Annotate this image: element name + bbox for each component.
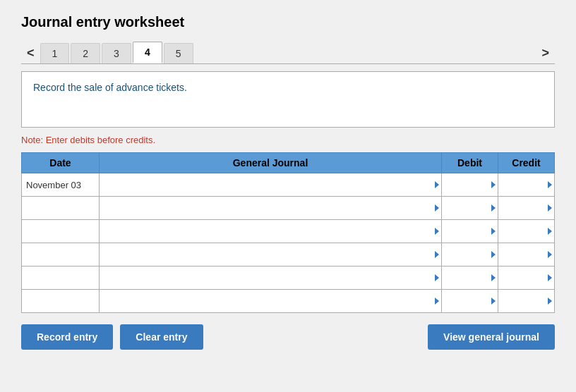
journal-table: Date General Journal Debit Credit Novemb… <box>21 152 555 313</box>
gj-arrow-5 <box>435 298 439 305</box>
date-cell-0: November 03 <box>22 173 100 197</box>
debit-arrow-2 <box>491 228 496 235</box>
table-row <box>22 243 555 267</box>
header-debit: Debit <box>442 153 498 173</box>
gj-arrow-0 <box>435 181 439 188</box>
page-title: Journal entry worksheet <box>21 14 555 30</box>
credit-input-4[interactable] <box>498 267 541 289</box>
note-text: Note: Enter debits before credits. <box>21 135 555 145</box>
clear-entry-button[interactable]: Clear entry <box>120 324 203 350</box>
header-general-journal: General Journal <box>100 153 442 173</box>
table-row <box>22 197 555 220</box>
credit-input-0[interactable] <box>498 173 541 196</box>
gj-cell-3[interactable] <box>100 243 442 267</box>
gj-arrow-1 <box>435 204 439 212</box>
credit-arrow-5 <box>548 298 552 305</box>
gj-cell-0[interactable] <box>100 173 442 197</box>
gj-cell-1[interactable] <box>100 197 442 220</box>
credit-cell-2[interactable] <box>498 220 555 243</box>
debit-arrow-0 <box>491 181 496 188</box>
button-row: Record entry Clear entry View general jo… <box>21 324 555 350</box>
credit-input-5[interactable] <box>498 290 541 312</box>
credit-cell-1[interactable] <box>498 197 555 220</box>
table-row <box>22 290 555 313</box>
credit-cell-5[interactable] <box>498 290 555 313</box>
debit-input-4[interactable] <box>442 267 485 289</box>
debit-input-5[interactable] <box>442 290 485 312</box>
credit-arrow-0 <box>548 181 552 188</box>
debit-arrow-1 <box>491 204 496 212</box>
credit-input-3[interactable] <box>498 243 541 266</box>
gj-input-3[interactable] <box>100 243 428 266</box>
credit-arrow-2 <box>548 228 552 235</box>
debit-cell-4[interactable] <box>442 267 498 290</box>
credit-cell-3[interactable] <box>498 243 555 267</box>
debit-cell-5[interactable] <box>442 290 498 313</box>
credit-input-2[interactable] <box>498 220 541 243</box>
header-credit: Credit <box>498 153 555 173</box>
debit-cell-1[interactable] <box>442 197 498 220</box>
debit-cell-0[interactable] <box>442 173 498 197</box>
debit-input-2[interactable] <box>442 220 485 243</box>
date-cell-4 <box>22 267 100 290</box>
debit-arrow-4 <box>491 274 496 281</box>
tab-4[interactable]: 4 <box>133 42 162 63</box>
gj-arrow-4 <box>435 274 439 281</box>
credit-arrow-1 <box>548 204 552 212</box>
date-cell-2 <box>22 220 100 243</box>
gj-input-4[interactable] <box>100 267 428 289</box>
debit-input-1[interactable] <box>442 197 485 219</box>
header-date: Date <box>22 153 100 173</box>
instruction-text: Record the sale of advance tickets. <box>33 82 187 93</box>
gj-input-0[interactable] <box>100 173 428 196</box>
debit-input-3[interactable] <box>442 243 485 266</box>
gj-cell-5[interactable] <box>100 290 442 313</box>
tab-next-button[interactable]: > <box>536 43 555 63</box>
gj-arrow-2 <box>435 228 439 235</box>
credit-arrow-4 <box>548 274 552 281</box>
debit-arrow-5 <box>491 298 496 305</box>
instruction-box: Record the sale of advance tickets. <box>21 71 555 128</box>
debit-cell-2[interactable] <box>442 220 498 243</box>
date-cell-3 <box>22 243 100 267</box>
gj-input-2[interactable] <box>100 220 428 243</box>
gj-cell-4[interactable] <box>100 267 442 290</box>
gj-input-1[interactable] <box>100 197 428 219</box>
record-entry-button[interactable]: Record entry <box>21 324 113 350</box>
gj-input-5[interactable] <box>100 290 428 312</box>
credit-cell-0[interactable] <box>498 173 555 197</box>
tab-5[interactable]: 5 <box>164 43 193 63</box>
credit-arrow-3 <box>548 251 552 258</box>
date-cell-5 <box>22 290 100 313</box>
table-row <box>22 267 555 290</box>
tabs-wrapper: < 1 2 3 4 5 > <box>21 42 555 64</box>
tab-1[interactable]: 1 <box>40 43 70 63</box>
credit-cell-4[interactable] <box>498 267 555 290</box>
view-general-journal-button[interactable]: View general journal <box>428 324 555 350</box>
tab-prev-button[interactable]: < <box>21 43 40 63</box>
debit-cell-3[interactable] <box>442 243 498 267</box>
gj-cell-2[interactable] <box>100 220 442 243</box>
date-cell-1 <box>22 197 100 220</box>
credit-input-1[interactable] <box>498 197 541 219</box>
debit-input-0[interactable] <box>442 173 485 196</box>
table-row: November 03 <box>22 173 555 197</box>
gj-arrow-3 <box>435 251 439 258</box>
debit-arrow-3 <box>491 251 496 258</box>
tab-2[interactable]: 2 <box>71 43 100 63</box>
tab-3[interactable]: 3 <box>102 43 131 63</box>
table-row <box>22 220 555 243</box>
